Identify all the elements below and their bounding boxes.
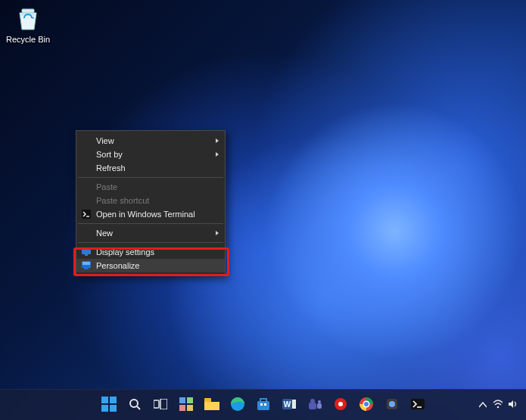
teams-icon [307, 397, 322, 413]
svg-rect-18 [187, 405, 193, 411]
taskbar: W [0, 389, 526, 420]
ctx-personalize[interactable]: Personalize [76, 259, 225, 272]
app-button[interactable] [381, 394, 403, 415]
svg-rect-7 [101, 397, 108, 403]
svg-rect-14 [160, 399, 167, 409]
widgets-button[interactable] [176, 394, 197, 415]
svg-rect-19 [204, 398, 211, 402]
tray-volume[interactable] [508, 400, 518, 410]
ctx-refresh[interactable]: Refresh [76, 161, 225, 175]
svg-rect-38 [411, 399, 425, 409]
edge-button[interactable] [227, 394, 248, 415]
svg-rect-3 [85, 254, 88, 256]
volume-icon [508, 400, 518, 411]
svg-rect-0 [22, 9, 34, 13]
svg-rect-10 [110, 405, 117, 412]
search-icon [128, 397, 142, 413]
svg-rect-17 [179, 405, 185, 411]
taskview-icon [154, 399, 167, 412]
ctx-sort-by[interactable]: Sort by [76, 148, 225, 161]
svg-rect-8 [110, 397, 117, 403]
svg-point-35 [364, 402, 369, 406]
widgets-icon [179, 397, 193, 413]
ctx-display-settings[interactable]: Display settings [76, 245, 225, 259]
svg-line-12 [137, 406, 140, 409]
ctx-open-terminal[interactable]: Open in Windows Terminal [76, 207, 225, 221]
ctx-separator [78, 177, 223, 178]
desktop-icon-recycle-bin[interactable]: Recycle Bin [2, 3, 54, 44]
ctx-paste: Paste [76, 180, 225, 194]
personalize-icon [81, 260, 92, 271]
file-explorer-button[interactable] [201, 394, 223, 415]
svg-rect-5 [82, 262, 90, 265]
ctx-separator [78, 242, 223, 243]
desktop-icon-label: Recycle Bin [2, 35, 54, 44]
svg-rect-21 [257, 401, 269, 410]
store-button[interactable] [253, 394, 274, 415]
terminal-button[interactable] [407, 394, 428, 415]
svg-point-37 [389, 401, 395, 407]
tray-wifi[interactable] [493, 400, 503, 410]
terminal-icon [81, 209, 92, 219]
app-icon [385, 397, 399, 413]
taskbar-center: W [98, 394, 428, 415]
word-button[interactable]: W [279, 394, 300, 415]
ctx-paste-shortcut: Paste shortcut [76, 194, 225, 207]
tray-overflow[interactable] [478, 400, 488, 410]
record-icon [334, 397, 347, 413]
svg-rect-16 [187, 397, 193, 403]
svg-rect-13 [154, 400, 159, 408]
svg-point-29 [318, 400, 321, 403]
svg-point-40 [497, 406, 500, 408]
wifi-icon [493, 400, 503, 411]
svg-rect-22 [260, 403, 263, 406]
svg-rect-28 [309, 403, 316, 409]
svg-point-32 [338, 402, 343, 406]
svg-rect-30 [317, 403, 322, 409]
taskview-button[interactable] [150, 394, 171, 415]
explorer-icon [204, 398, 219, 412]
svg-rect-1 [82, 210, 91, 219]
store-icon [257, 397, 270, 413]
chrome-button[interactable] [356, 394, 377, 415]
svg-text:W: W [283, 400, 291, 409]
desktop-context-menu: View Sort by Refresh Paste Paste shortcu… [76, 130, 226, 276]
search-button[interactable] [124, 394, 145, 415]
teams-button[interactable] [304, 394, 325, 415]
ctx-new[interactable]: New [76, 226, 225, 240]
svg-rect-23 [264, 403, 266, 406]
recycle-bin-icon [13, 3, 43, 33]
svg-point-11 [130, 400, 138, 407]
ctx-separator [78, 223, 223, 224]
chevron-up-icon [479, 400, 487, 410]
terminal-icon [411, 399, 425, 412]
chrome-icon [359, 397, 373, 413]
record-button[interactable] [330, 394, 351, 415]
edge-icon [230, 397, 245, 414]
ctx-view[interactable]: View [76, 134, 225, 148]
display-icon [81, 247, 92, 257]
svg-rect-9 [101, 405, 108, 412]
start-button[interactable] [98, 394, 120, 415]
svg-rect-2 [82, 248, 91, 254]
desktop-wallpaper[interactable]: Recycle Bin View Sort by Refresh Paste P… [0, 0, 526, 420]
svg-rect-26 [292, 400, 296, 409]
svg-rect-6 [84, 268, 89, 269]
word-icon: W [282, 397, 296, 413]
svg-rect-15 [179, 397, 185, 403]
taskbar-tray [478, 390, 523, 420]
start-icon [101, 397, 117, 414]
